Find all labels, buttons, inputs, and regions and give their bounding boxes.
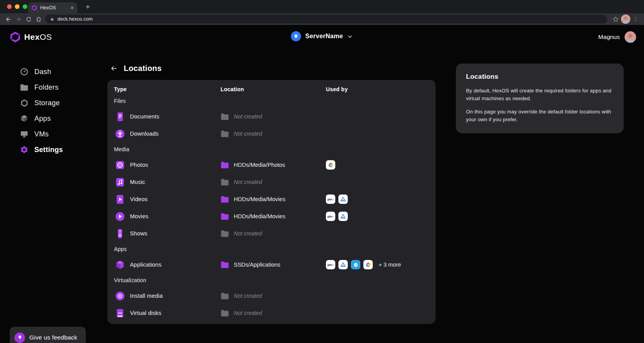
sidebar-item-storage[interactable]: Storage xyxy=(0,95,100,111)
plex-app-icon: plex xyxy=(326,194,335,204)
table-row-virtual-disks[interactable]: vhd Virtual disks Not created xyxy=(114,304,428,322)
settings-icon xyxy=(20,145,29,154)
storage-icon xyxy=(20,98,29,108)
sidebar-item-vms[interactable]: VMs xyxy=(0,126,100,142)
photos-app-icon xyxy=(326,160,335,170)
movies-type-icon xyxy=(114,210,126,222)
info-panel: Locations By default, HexOS will create … xyxy=(456,64,624,133)
close-window-button[interactable] xyxy=(7,4,12,9)
section-label-media: Media xyxy=(114,142,428,156)
more-apps-label: + 3 more xyxy=(379,262,401,268)
tab-strip: HexOS × + xyxy=(0,0,644,13)
tab-close-icon[interactable]: × xyxy=(71,5,74,11)
videos-type-icon xyxy=(114,193,126,205)
feedback-button[interactable]: Give us feedback xyxy=(10,327,86,343)
jellyfin-app-icon xyxy=(338,212,348,221)
user-avatar xyxy=(624,31,636,43)
hexos-app: HexOS ServerName Magnus Dash Folders xyxy=(0,25,644,343)
maximize-window-button[interactable] xyxy=(23,4,27,9)
column-header-type: Type xyxy=(114,86,221,92)
lightbulb-icon xyxy=(14,332,25,343)
table-header: Type Location Used by xyxy=(114,85,428,94)
page-title-row: Locations xyxy=(109,62,162,75)
server-selector[interactable]: ServerName xyxy=(291,31,353,41)
sidebar-item-folders[interactable]: Folders xyxy=(0,80,100,95)
hexos-hexagon-icon xyxy=(10,32,21,42)
blue-leaf-app-icon xyxy=(351,260,360,269)
forward-nav-icon[interactable] xyxy=(13,14,23,24)
folder-gray-icon xyxy=(221,230,229,237)
plex-app-icon: plex xyxy=(326,212,335,221)
lock-icon xyxy=(50,17,54,21)
table-row-documents[interactable]: Documents Not created xyxy=(114,108,428,125)
back-nav-icon[interactable] xyxy=(3,14,13,24)
table-row-movies[interactable]: Movies HDDs/Media/Movies plex xyxy=(114,208,428,225)
folder-gray-icon xyxy=(221,292,229,300)
virtual-disks-type-icon: vhd xyxy=(114,307,126,319)
folder-gray-icon xyxy=(221,113,229,120)
music-type-icon xyxy=(114,176,126,188)
table-row-applications[interactable]: Applications SSDs/Applications plex+ 3 m… xyxy=(114,256,428,273)
apps-icon xyxy=(20,114,29,123)
column-header-location: Location xyxy=(221,86,326,92)
address-bar[interactable]: deck.hexos.com xyxy=(45,15,607,23)
table-row-videos[interactable]: Videos HDDs/Media/Movies plex xyxy=(114,191,428,208)
tab-title: HexOS xyxy=(40,5,68,11)
dash-icon xyxy=(20,67,29,76)
browser-profile-avatar[interactable] xyxy=(621,14,631,24)
user-menu[interactable]: Magnus xyxy=(598,31,636,43)
sidebar-item-apps[interactable]: Apps xyxy=(0,111,100,126)
browser-toolbar: deck.hexos.com xyxy=(0,13,644,25)
sidebar-item-settings[interactable]: Settings xyxy=(0,142,100,157)
locations-table: Type Location Used by Files Documents No… xyxy=(107,80,436,324)
downloads-type-icon xyxy=(114,128,126,140)
folder-purple-icon xyxy=(221,261,229,269)
section-label-files: Files xyxy=(114,94,428,108)
photos-app-icon xyxy=(363,260,373,269)
feedback-label: Give us feedback xyxy=(29,334,77,341)
new-tab-button[interactable]: + xyxy=(83,2,93,12)
shows-type-icon xyxy=(114,228,126,239)
jellyfin-app-icon xyxy=(338,194,348,204)
app-header: HexOS ServerName Magnus xyxy=(0,25,644,51)
table-row-photos[interactable]: Photos HDDs/Media/Photos xyxy=(114,156,428,173)
back-arrow-icon[interactable] xyxy=(109,64,118,72)
table-row-shows[interactable]: Shows Not created xyxy=(114,225,428,242)
folder-gray-icon xyxy=(221,130,229,138)
sidebar: Dash Folders Storage Apps VMs Settings xyxy=(0,64,100,157)
column-header-used-by: Used by xyxy=(326,86,428,92)
section-label-virtualization: Virtualization xyxy=(114,273,428,287)
server-shield-icon xyxy=(291,31,301,41)
vms-icon xyxy=(20,129,29,139)
folder-gray-icon xyxy=(221,309,229,317)
browser-chrome: HexOS × + deck.hexos.com xyxy=(0,0,644,25)
folder-purple-icon xyxy=(221,196,229,203)
info-panel-paragraph: On this page you may override the defaul… xyxy=(466,108,614,123)
folders-icon xyxy=(20,83,29,92)
hexos-logo[interactable]: HexOS xyxy=(10,32,52,42)
section-label-apps: Apps xyxy=(114,242,428,256)
table-body: Files Documents Not created Downloads No… xyxy=(114,94,428,322)
window-controls xyxy=(7,4,27,9)
reload-icon[interactable] xyxy=(23,14,34,24)
browser-tab[interactable]: HexOS × xyxy=(28,2,77,13)
jellyfin-app-icon xyxy=(338,260,348,269)
brand-text: HexOS xyxy=(24,32,52,42)
table-row-install-media[interactable]: Install media Not created xyxy=(114,287,428,304)
chevron-down-icon xyxy=(347,34,353,39)
bookmark-star-icon[interactable] xyxy=(610,14,621,24)
tab-favicon-hexos-icon xyxy=(32,5,37,11)
table-row-downloads[interactable]: Downloads Not created xyxy=(114,125,428,142)
user-name: Magnus xyxy=(598,34,620,41)
folder-gray-icon xyxy=(221,179,229,186)
plex-app-icon: plex xyxy=(326,260,335,269)
info-panel-paragraph: By default, HexOS will create the requir… xyxy=(466,87,614,102)
minimize-window-button[interactable] xyxy=(15,4,20,9)
home-icon[interactable] xyxy=(34,14,44,24)
browser-menu-icon[interactable] xyxy=(631,14,641,24)
photos-type-icon xyxy=(114,159,126,171)
sidebar-item-dash[interactable]: Dash xyxy=(0,64,100,80)
table-row-music[interactable]: Music Not created xyxy=(114,173,428,191)
info-panel-title: Locations xyxy=(466,73,614,81)
page-title: Locations xyxy=(124,64,162,73)
